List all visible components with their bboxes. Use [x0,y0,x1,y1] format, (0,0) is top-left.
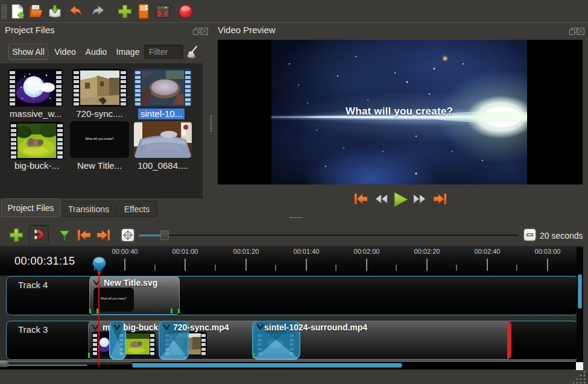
ruler-label: 00:00:40 [107,248,143,255]
center-playhead-button[interactable] [122,229,134,241]
video-preview-close-icon[interactable] [577,27,584,34]
transition-2-menu-chevron[interactable] [162,324,171,332]
file-label-massive[interactable]: massive_w... [5,109,66,119]
project-files-close-icon[interactable] [201,27,208,34]
ruler-label: 00:02:40 [469,248,505,255]
export-video-icon[interactable] [178,4,194,19]
file-label-newtitle[interactable]: New Title... [69,160,130,171]
file-thumb-720sync[interactable] [72,69,127,107]
clip-sintel-trim-edge [507,321,511,359]
clip-massive-label: massive_wave [103,323,109,332]
snapping-toggle-button[interactable] [29,225,49,245]
previous-marker-icon[interactable] [76,228,92,245]
project-files-list: What will you create? massive_w... 720-s… [0,63,203,198]
ruler-tick-major [366,259,367,271]
ruler-tick-minor [275,265,276,271]
vertical-splitter-handle[interactable] [210,115,212,132]
tab-effects[interactable]: Effects [116,201,157,217]
fast-forward-button[interactable] [413,194,426,207]
redo-icon[interactable] [90,4,106,19]
clip-new-title-thumb: What will you create? [93,288,134,312]
file-label-100-0684[interactable]: 100_0684.... [131,160,194,171]
video-preview-title: Video Preview [218,25,276,35]
clip-new-title-menu-chevron[interactable] [92,279,101,288]
track-4-label: Track 4 [18,280,48,290]
clip-sintel-label: sintel-1024-surround.mp4 [264,323,385,332]
fullscreen-icon[interactable] [155,4,171,19]
playhead-line [98,274,100,367]
ruler-label: 00:03:00 [530,248,566,255]
new-project-icon[interactable] [10,4,25,19]
file-thumb-sintel[interactable] [134,69,192,107]
tab-transitions[interactable]: Transitions [62,201,115,217]
filmstrip-perforations [56,70,62,105]
horizontal-scrollbar-thumb[interactable] [132,363,402,368]
ruler-label: 00:01:40 [288,248,324,255]
tab-project-files[interactable]: Project Files [1,198,60,217]
filter-audio-button[interactable]: Audio [83,44,110,60]
timeline-right-margin [583,246,588,370]
tab-transitions-label: Transitions [68,204,109,214]
tab-project-files-label: Project Files [7,203,54,213]
undo-icon[interactable] [68,4,83,19]
filter-show-all-button[interactable]: Show All [8,44,48,60]
file-label-bigbuck[interactable]: big-buck-... [7,160,67,171]
file-label-720sync[interactable]: 720-sync.... [69,109,130,119]
file-label-sintel[interactable]: sintel-10... [138,109,185,119]
keyframe-marker [178,309,180,313]
keyframe-marker [88,353,90,358]
filter-image-button[interactable]: Image [113,44,142,60]
ruler-tick-minor [335,265,337,271]
jump-end-button[interactable] [432,192,448,209]
filmstrip-perforations [11,123,16,159]
zoom-slider-handle[interactable] [160,230,169,240]
toolbar-drag-handle[interactable] [1,4,7,19]
filmstrip-perforations [121,70,126,105]
import-files-icon[interactable] [117,4,133,19]
ruler-tick-major [426,259,428,271]
ruler-label: 00:02:20 [409,248,445,255]
play-button[interactable] [392,191,409,210]
zoom-slider-fill [139,234,162,236]
zoom-out-button[interactable] [524,229,536,241]
clip-720-sync-label: 720-sync.mp4 [173,323,239,332]
zoom-slider-track[interactable] [139,234,517,236]
file-thumb-massive[interactable] [8,69,63,107]
vertical-scrollbar-thumb[interactable] [578,274,582,309]
save-project-icon[interactable] [47,4,63,19]
transition-1-menu-chevron[interactable] [112,324,122,332]
ruler-tick-minor [516,265,517,271]
video-preview-float-icon[interactable] [569,27,577,34]
filmstrip-perforations [10,70,15,105]
open-project-icon[interactable] [28,4,43,19]
add-marker-icon[interactable] [58,229,71,245]
video-label: Video [54,47,76,57]
ruler-label: 00:01:20 [228,248,264,255]
add-track-icon[interactable] [8,227,24,245]
filter-input[interactable]: Filter [144,45,183,59]
openshot-window: Project Files Show All Video Audio Image… [0,0,588,384]
keyframe-marker [89,309,91,313]
file-thumb-100-0684[interactable] [134,121,192,158]
choose-profile-icon[interactable] [137,4,150,19]
file-thumb-bigbuck[interactable] [10,122,64,160]
jump-start-button[interactable] [353,192,369,209]
project-files-title: Project Files [5,25,55,35]
clear-filter-broom-icon[interactable] [185,45,200,62]
playhead-marker[interactable] [91,256,107,279]
clip-big-buck-label: big-buck-b [123,323,159,332]
thumb-image-720sync [80,71,119,105]
newtitle-thumb-text: What will you create? [70,137,129,140]
keyframe-marker [253,353,254,358]
ruler-tick-minor [154,265,156,271]
thumb-image-massive [16,71,55,105]
next-marker-icon[interactable] [95,228,112,245]
window-resize-grip[interactable] [572,370,586,383]
filter-video-button[interactable]: Video [52,44,78,60]
clip-title-thumb-text: What will you create? [93,297,134,300]
file-thumb-newtitle[interactable]: What will you create? [70,121,129,158]
ruler-label: 00:02:00 [349,248,385,255]
horizontal-splitter-handle[interactable] [289,216,303,219]
rewind-button[interactable] [375,194,388,207]
project-files-float-icon[interactable] [193,27,200,34]
